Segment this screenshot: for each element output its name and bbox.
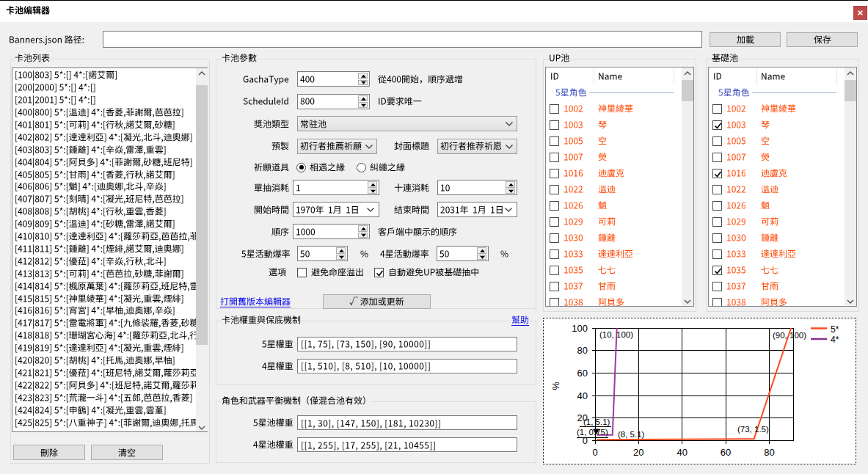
- svg-text:(1, 0.75): (1, 0.75): [577, 428, 608, 437]
- svg-text:60: 60: [721, 447, 731, 458]
- svg-text:(90, 100): (90, 100): [773, 331, 806, 340]
- svg-text:0: 0: [592, 447, 597, 458]
- svg-text:60: 60: [577, 368, 588, 379]
- svg-text:(8, 5.1): (8, 5.1): [618, 430, 645, 439]
- svg-text:0: 0: [583, 435, 588, 446]
- svg-text:(73, 1.5): (73, 1.5): [737, 425, 769, 434]
- svg-text:40: 40: [577, 390, 588, 401]
- svg-text:(10, 100): (10, 100): [599, 330, 633, 339]
- svg-text:(1, 5.1): (1, 5.1): [583, 418, 610, 426]
- svg-text:20: 20: [633, 447, 643, 458]
- svg-text:40: 40: [676, 447, 687, 458]
- svg-text:5*: 5*: [831, 324, 839, 335]
- svg-text:80: 80: [764, 447, 774, 458]
- svg-text:100: 100: [572, 323, 588, 334]
- svg-text:%: %: [550, 382, 561, 390]
- svg-text:4*: 4*: [831, 335, 839, 345]
- svg-text:80: 80: [577, 345, 588, 356]
